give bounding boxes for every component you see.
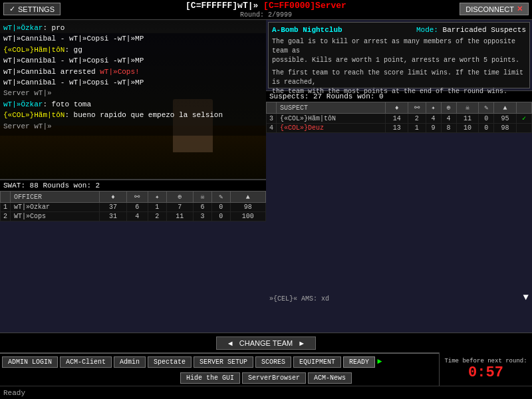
ready-check-icon: ► <box>377 357 382 366</box>
title-white: [C=FFFFFF]wT|» <box>186 1 258 11</box>
chat-line: wT|»Cannibal - wT|»Copsi -wT|»MP <box>3 56 263 66</box>
chat-panel: wT|»Özkar: pro wT|»Cannibal - wT|»Copsi … <box>0 20 266 332</box>
col-stat1: ♦ <box>100 192 127 203</box>
equipment-button[interactable]: EQUIPMENT <box>293 356 341 368</box>
check-icon: ✓ <box>9 5 15 13</box>
status-bar: Ready <box>0 386 532 399</box>
chat-line: wT|»Özkar: foto toma <box>3 100 263 110</box>
col-stat5: ☠ <box>194 192 212 203</box>
col-stat1: ♦ <box>386 102 408 114</box>
acm-news-button[interactable]: ACM-News <box>308 372 352 384</box>
timer-label: Time before next round: <box>444 358 527 364</box>
col-num <box>1 192 11 203</box>
bottom-toolbar: ADMIN LOGIN ACM-Client Admin Spectate SE… <box>0 352 532 386</box>
chat-line: wT|»Cannibal - wT|»Copsi -wT|»MP <box>3 34 263 44</box>
settings-label: SETTINGS <box>18 5 55 13</box>
mode-label: Mode: <box>416 26 443 34</box>
table-row: 1 wT|»Ozkar 37 6 1 7 6 0 98 <box>1 203 266 212</box>
chat-overlay: wT|»Özkar: pro wT|»Cannibal - wT|»Copsi … <box>0 20 266 136</box>
col-stat6: ✎ <box>479 102 494 114</box>
col-stat4: ⊕ <box>166 192 194 203</box>
main-area: wT|»Özkar: pro wT|»Cannibal - wT|»Copsi … <box>0 20 532 332</box>
col-check <box>516 102 531 114</box>
disconnect-x-icon: ✕ <box>517 5 523 13</box>
arrow-right-icon: ► <box>298 339 305 347</box>
admin-button[interactable]: Admin <box>114 356 146 368</box>
swat-header: SWAT: 88 Rounds won: 2 <box>0 180 266 191</box>
chat-line: wT|»Cannibal arrested wT|»Cops! <box>3 67 263 77</box>
settings-button[interactable]: ✓ SETTINGS <box>3 3 61 15</box>
map-description: The goal is to kill or arrest as many me… <box>272 37 526 96</box>
col-stat3: ✦ <box>426 102 441 114</box>
change-team-label: CHANGE TEAM <box>239 339 293 347</box>
title-red: [C=FF0000]Server <box>263 1 346 11</box>
round-info: Round: 2/9999 <box>186 11 346 19</box>
col-stat2: ⚯ <box>408 102 426 114</box>
timer-value: 0:57 <box>468 364 503 381</box>
arrow-left-icon: ◄ <box>227 339 234 347</box>
top-bar: ✓ SETTINGS [C=FFFFFF]wT|» [C=FF0000]Serv… <box>0 0 532 20</box>
right-chat-message: »{CEL}« AMS: xd <box>269 295 329 303</box>
scores-button[interactable]: SCORES <box>255 356 291 368</box>
chat-line: Server wT|» <box>3 122 263 132</box>
status-text: Ready <box>3 389 25 397</box>
map-info-panel: A-Bomb Nightclub Mode: Barricaded Suspec… <box>268 22 530 88</box>
col-stat2: ⚯ <box>126 192 148 203</box>
chat-line: wT|»Özkar: pro <box>3 23 263 33</box>
col-stat5: ☠ <box>456 102 479 114</box>
server-setup-button[interactable]: SERVER SETUP <box>194 356 253 368</box>
col-stat7: ▲ <box>230 192 265 203</box>
right-panel: A-Bomb Nightclub Mode: Barricaded Suspec… <box>266 20 532 332</box>
disconnect-label: DISCONNECT <box>466 5 514 13</box>
change-team-button[interactable]: ◄ CHANGE TEAM ► <box>216 336 316 350</box>
col-num <box>267 102 277 114</box>
table-row: 3 {«COL»}Hãm|tôN 14 2 4 4 11 0 95 ✓ <box>267 114 532 124</box>
chat-line: {«COL»}Hãm|tôN: bueno rapido que empezo … <box>3 110 263 120</box>
swat-table: OFFICER ♦ ⚯ ✦ ⊕ ☠ ✎ ▲ 1 wT|»Ozkar 37 <box>0 191 266 221</box>
col-stat6: ✎ <box>211 192 230 203</box>
mode-value: Barricaded Suspects <box>443 26 526 34</box>
col-stat3: ✦ <box>148 192 166 203</box>
chat-line: Server wT|» <box>3 88 263 98</box>
col-suspect: SUSPECT <box>277 102 386 114</box>
server-title: [C=FFFFFF]wT|» [C=FF0000]Server <box>186 1 346 11</box>
suspects-scoreboard: Suspects: 27 Rounds won: 0 SUSPECT ♦ ⚯ ✦… <box>266 90 532 133</box>
ready-button[interactable]: READY <box>343 356 375 368</box>
acm-client-button[interactable]: ACM-Client <box>60 356 112 368</box>
scroll-down-icon[interactable]: ▼ <box>523 292 529 303</box>
map-info-header: A-Bomb Nightclub Mode: Barricaded Suspec… <box>272 26 526 34</box>
admin-login-button[interactable]: ADMIN LOGIN <box>2 356 58 368</box>
chat-line: wT|»Cannibal - wT|»Copsi -wT|»MP <box>3 78 263 88</box>
table-row: 4 {«COL»}Deuz 13 1 9 8 10 0 98 <box>267 124 532 133</box>
hide-gui-button[interactable]: Hide the GUI <box>180 372 240 384</box>
suspects-table: SUSPECT ♦ ⚯ ✦ ⊕ ☠ ✎ ▲ 3 {«COL»}Hãm|tôN <box>266 102 532 133</box>
col-stat7: ▲ <box>494 102 517 114</box>
col-officer: OFFICER <box>11 192 100 203</box>
chat-line: {«COL»}Hãm|tôN: gg <box>3 45 263 55</box>
server-browser-button[interactable]: ServerBrowser <box>242 372 306 384</box>
disconnect-button[interactable]: DISCONNECT ✕ <box>460 3 529 15</box>
col-stat4: ⊕ <box>441 102 456 114</box>
swat-scoreboard: SWAT: 88 Rounds won: 2 OFFICER ♦ ⚯ ✦ ⊕ ☠… <box>0 180 266 221</box>
map-name: A-Bomb Nightclub <box>272 26 342 34</box>
change-team-bar: ◄ CHANGE TEAM ► <box>0 332 532 352</box>
timer-area: Time before next round: 0:57 <box>439 352 532 386</box>
table-row: 2 WT|»Cops 31 4 2 11 3 0 100 <box>1 212 266 221</box>
spectate-button[interactable]: Spectate <box>148 356 192 368</box>
